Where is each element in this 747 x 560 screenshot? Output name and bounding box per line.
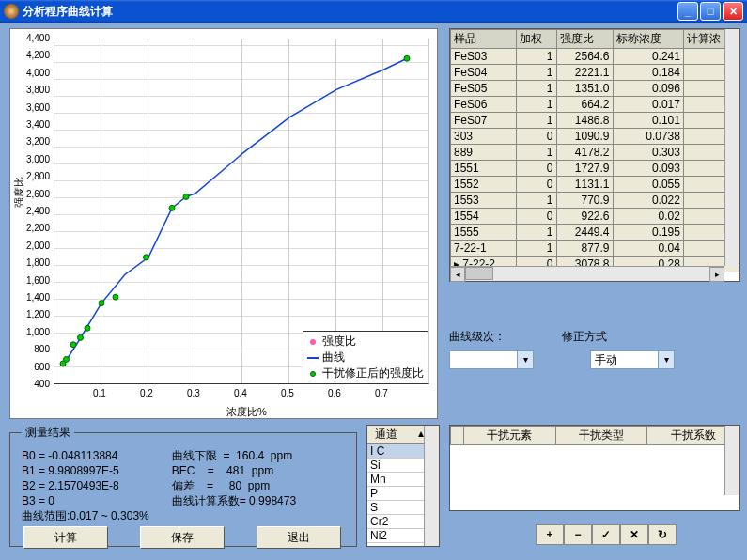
client-area: 强度比 浓度比% 4006008001,0001,2001,4001,6001,… — [0, 23, 747, 560]
svg-point-8 — [169, 205, 175, 210]
legend-corrected: 干扰修正后的强度比 — [322, 366, 424, 381]
svg-point-5 — [99, 301, 104, 306]
scroll-right-button[interactable]: ▸ — [709, 267, 724, 282]
calculate-button[interactable]: 计算 — [23, 526, 108, 549]
delete-button[interactable]: − — [564, 524, 592, 545]
curve-order-select[interactable] — [449, 350, 534, 369]
svg-point-4 — [85, 325, 90, 331]
channel-panel: 通道▴ I CSiMnPSCr2Ni2 — [366, 425, 440, 547]
results-coeffs: B0 = -0.048113884 B1 = 9.9808997E-5 B2 =… — [22, 448, 149, 523]
table-vscroll[interactable] — [724, 29, 739, 266]
legend-curve: 曲线 — [322, 350, 345, 366]
window-title: 分析程序曲线计算 — [23, 4, 676, 20]
cancel-button[interactable]: ✕ — [620, 524, 648, 545]
svg-point-7 — [144, 255, 149, 260]
edit-button[interactable]: ✓ — [592, 524, 620, 545]
minimize-button[interactable]: _ — [677, 2, 698, 21]
interf-vscroll[interactable] — [724, 426, 739, 495]
svg-point-2 — [70, 342, 76, 348]
table-hscroll[interactable]: ◂ ▸ — [450, 266, 724, 281]
interference-table: 干扰元素干扰类型干扰系数 — [449, 425, 740, 511]
add-button[interactable]: + — [536, 524, 564, 545]
scroll-thumb[interactable] — [465, 267, 493, 280]
channel-scroll[interactable] — [424, 426, 439, 546]
svg-point-0 — [60, 361, 66, 366]
svg-point-6 — [113, 294, 118, 300]
record-toolbar: + − ✓ ✕ ↻ — [536, 524, 677, 545]
scroll-left-button[interactable]: ◂ — [450, 267, 465, 282]
svg-point-10 — [404, 55, 410, 61]
save-button[interactable]: 保存 — [140, 526, 225, 549]
chart-legend: 强度比 曲线 干扰修正后的强度比 — [303, 331, 428, 384]
chart-panel: 强度比 浓度比% 4006008001,0001,2001,4001,6001,… — [9, 28, 438, 419]
curve-order-label: 曲线级次： — [449, 329, 506, 345]
exit-button[interactable]: 退出 — [257, 526, 341, 549]
svg-point-1 — [64, 356, 70, 362]
maximize-button[interactable]: □ — [700, 2, 721, 21]
channel-header: 通道 — [368, 427, 403, 443]
app-icon — [4, 4, 19, 19]
svg-point-3 — [78, 334, 84, 340]
svg-point-9 — [183, 194, 189, 199]
results-stats: 曲线下限 = 160.4 ppm BEC = 481 ppm 偏差 = 80 p… — [172, 448, 296, 523]
correction-label: 修正方式 — [562, 329, 607, 345]
legend-intensity: 强度比 — [322, 334, 356, 350]
sample-table: 样品加权强度比标称浓度计算浓FeS0312564.60.241FeS041222… — [449, 28, 740, 282]
correction-select[interactable]: 手动 — [590, 350, 675, 369]
plot-area: 强度比 曲线 干扰修正后的强度比 — [54, 39, 429, 384]
close-button[interactable]: ✕ — [723, 2, 743, 21]
x-axis-label: 浓度比% — [226, 405, 267, 419]
controls-panel: 曲线级次： 修正方式 手动 — [449, 329, 740, 375]
results-title: 测量结果 — [22, 425, 74, 441]
titlebar: 分析程序曲线计算 _ □ ✕ — [0, 0, 747, 23]
refresh-button[interactable]: ↻ — [648, 524, 677, 545]
